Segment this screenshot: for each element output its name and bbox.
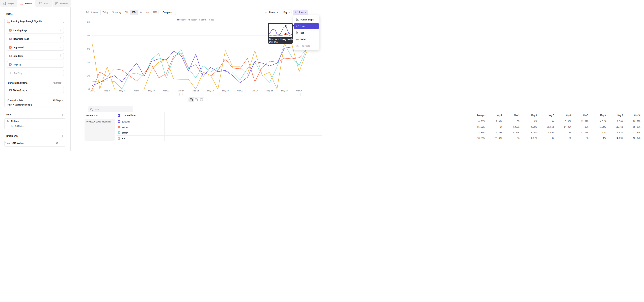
svg-text:May 24: May 24 <box>252 90 258 92</box>
svg-text:May 14: May 14 <box>178 90 184 92</box>
svg-text:50%: 50% <box>87 21 90 24</box>
svg-text:20%: 20% <box>87 61 90 64</box>
svg-text:May 10: May 10 <box>148 90 155 92</box>
svg-text:May 28: May 28 <box>281 90 288 92</box>
svg-text:40%: 40% <box>87 34 90 37</box>
svg-text:May 12: May 12 <box>163 90 170 92</box>
svg-text:May 2: May 2 <box>90 90 95 92</box>
svg-text:May 20: May 20 <box>222 90 228 92</box>
svg-text:30%: 30% <box>87 48 90 50</box>
svg-text:May 6: May 6 <box>119 90 125 92</box>
svg-text:10%: 10% <box>87 74 90 77</box>
svg-text:May 16: May 16 <box>192 90 199 92</box>
svg-text:May 26: May 26 <box>266 90 273 92</box>
svg-text:May 8: May 8 <box>134 90 140 92</box>
svg-text:May 4: May 4 <box>104 90 110 92</box>
svg-text:May 22: May 22 <box>237 90 243 92</box>
svg-text:May 30: May 30 <box>296 90 302 92</box>
svg-text:May 18: May 18 <box>207 90 214 92</box>
